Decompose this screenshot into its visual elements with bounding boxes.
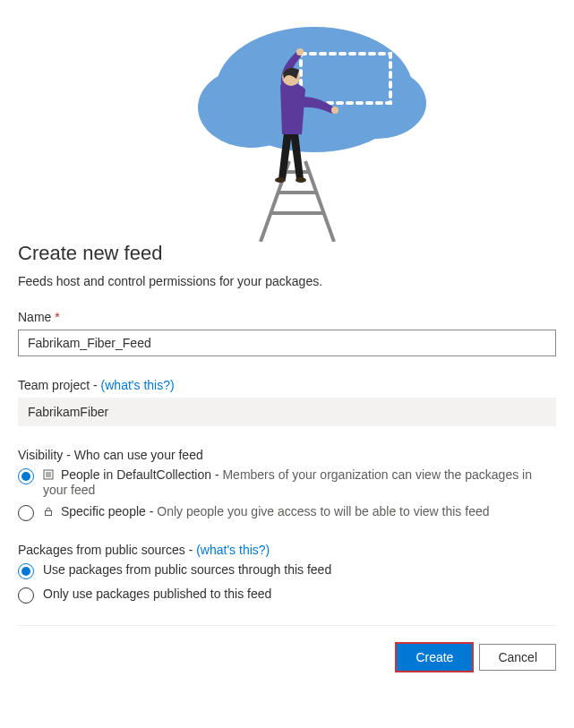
- radio-button[interactable]: [18, 587, 34, 604]
- button-row: Create Cancel: [18, 644, 556, 671]
- visibility-label: Visibility - Who can use your feed: [18, 448, 556, 462]
- lock-icon: [43, 505, 56, 519]
- create-button[interactable]: Create: [397, 644, 472, 671]
- team-project-whats-this-link[interactable]: (what's this?): [101, 378, 175, 392]
- cloud-paint-illustration: [126, 0, 449, 242]
- divider: [18, 625, 556, 626]
- organization-icon: [43, 468, 56, 483]
- public-sources-whats-this-link[interactable]: (what's this?): [196, 543, 270, 557]
- svg-point-12: [275, 177, 286, 183]
- name-section: Name *: [18, 310, 556, 356]
- radio-hint: Only people you give access to will be a…: [157, 504, 489, 518]
- public-sources-section: Packages from public sources - (what's t…: [18, 543, 556, 604]
- team-project-value: FabrikamFiber: [18, 398, 556, 426]
- svg-point-10: [331, 107, 338, 114]
- svg-rect-18: [46, 511, 52, 516]
- visibility-option-collection[interactable]: People in DefaultCollection - Members of…: [18, 467, 556, 497]
- svg-point-9: [296, 48, 304, 56]
- required-marker: *: [55, 310, 59, 324]
- radio-button[interactable]: [18, 468, 34, 484]
- page-title: Create new feed: [18, 242, 556, 265]
- team-project-section: Team project - (what's this?) FabrikamFi…: [18, 378, 556, 426]
- radio-label: People in DefaultCollection -: [61, 467, 223, 482]
- visibility-option-specific[interactable]: Specific people - Only people you give a…: [18, 504, 556, 521]
- svg-line-5: [305, 161, 334, 242]
- page-subtitle: Feeds host and control permissions for y…: [18, 274, 556, 288]
- svg-point-13: [296, 177, 306, 183]
- team-project-label: Team project - (what's this?): [18, 378, 556, 392]
- radio-label: Only use packages published to this feed: [43, 587, 271, 601]
- cancel-button[interactable]: Cancel: [479, 644, 556, 671]
- public-sources-option-only-published[interactable]: Only use packages published to this feed: [18, 587, 556, 604]
- name-input[interactable]: [18, 330, 556, 356]
- radio-button[interactable]: [18, 563, 34, 579]
- radio-label: Use packages from public sources through…: [43, 562, 331, 577]
- visibility-section: Visibility - Who can use your feed Peopl…: [18, 448, 556, 521]
- hero-illustration: [18, 0, 556, 242]
- radio-label: Specific people -: [61, 504, 157, 518]
- radio-button[interactable]: [18, 505, 34, 521]
- name-label: Name *: [18, 310, 556, 324]
- public-sources-label: Packages from public sources - (what's t…: [18, 543, 556, 557]
- public-sources-option-use[interactable]: Use packages from public sources through…: [18, 562, 556, 579]
